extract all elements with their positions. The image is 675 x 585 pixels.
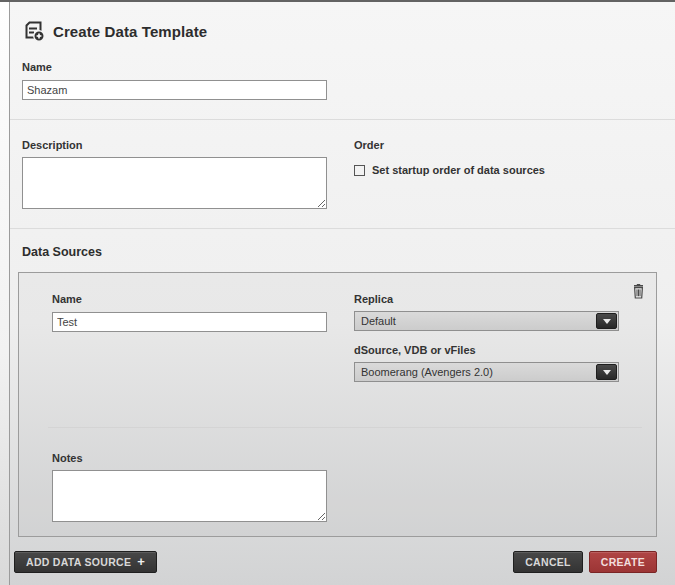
divider [10,228,675,229]
startup-order-checkbox[interactable] [354,165,365,176]
document-add-icon [22,19,46,43]
description-label: Description [22,139,354,151]
template-name-field: Name [22,61,675,100]
page-title: Create Data Template [53,23,207,40]
description-field: Description [22,139,354,209]
trash-icon [632,284,645,299]
data-sources-heading: Data Sources [22,245,675,259]
cancel-button[interactable]: CANCEL [513,551,583,573]
notes-label: Notes [52,452,656,464]
template-name-input[interactable] [22,80,327,100]
create-button-label: CREATE [601,556,645,568]
source-dropdown-arrow-button[interactable] [596,364,617,380]
replica-selected-value: Default [361,315,396,327]
add-data-source-button[interactable]: ADD DATA SOURCE + [14,551,157,573]
source-select-label: dSource, VDB or vFiles [354,344,640,356]
notes-textarea[interactable] [52,470,327,522]
divider [10,119,675,120]
dialog-left-gutter [0,2,9,585]
description-textarea[interactable] [22,157,327,209]
notes-field: Notes [52,452,656,522]
order-field: Order Set startup order of data sources [354,139,675,209]
dialog-footer: ADD DATA SOURCE + CANCEL CREATE [14,551,657,573]
card-divider [48,427,642,428]
replica-dropdown-arrow-button[interactable] [596,313,617,329]
template-name-label: Name [22,61,675,73]
source-dropdown[interactable]: Boomerang (Avengers 2.0) [354,362,619,382]
data-source-card: Name Replica Default dSource, VDB or vFi… [18,272,657,537]
replica-label: Replica [354,293,640,305]
add-data-source-button-label: ADD DATA SOURCE [26,556,131,568]
plus-icon: + [137,555,145,568]
source-name-label: Name [52,293,354,305]
source-name-input[interactable] [52,312,327,332]
source-selected-value: Boomerang (Avengers 2.0) [361,366,493,378]
create-data-template-dialog: Create Data Template Name Description Or… [10,2,675,585]
chevron-down-icon [603,370,611,375]
cancel-button-label: CANCEL [525,556,571,568]
source-name-field: Name [52,293,354,382]
delete-data-source-button[interactable] [631,284,645,300]
replica-dropdown[interactable]: Default [354,311,619,331]
order-label: Order [354,139,675,151]
dialog-header: Create Data Template [22,18,675,44]
chevron-down-icon [603,319,611,324]
startup-order-checkbox-label[interactable]: Set startup order of data sources [372,164,545,176]
create-button[interactable]: CREATE [589,551,657,573]
